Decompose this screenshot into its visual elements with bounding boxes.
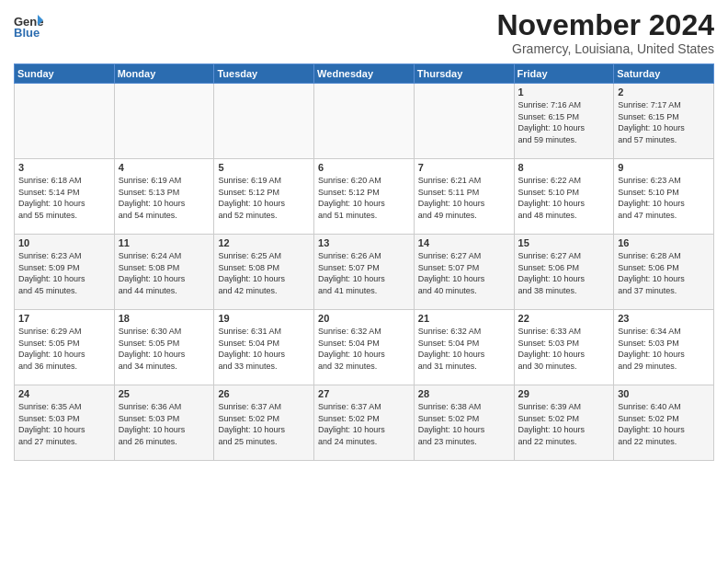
day-info: Sunrise: 6:39 AM Sunset: 5:02 PM Dayligh…	[518, 401, 610, 447]
day-cell: 3Sunrise: 6:18 AM Sunset: 5:14 PM Daylig…	[15, 159, 115, 235]
day-number: 13	[318, 237, 410, 248]
day-number: 3	[18, 162, 110, 173]
title-section: November 2024 Gramercy, Louisiana, Unite…	[496, 9, 714, 56]
week-row-4: 17Sunrise: 6:29 AM Sunset: 5:05 PM Dayli…	[15, 310, 714, 385]
day-number: 5	[218, 162, 310, 173]
week-row-5: 24Sunrise: 6:35 AM Sunset: 5:03 PM Dayli…	[15, 385, 714, 461]
day-info: Sunrise: 6:36 AM Sunset: 5:03 PM Dayligh…	[119, 401, 210, 447]
day-cell: 16Sunrise: 6:28 AM Sunset: 5:06 PM Dayli…	[614, 235, 714, 310]
day-number: 30	[618, 388, 710, 399]
day-cell: 5Sunrise: 6:19 AM Sunset: 5:12 PM Daylig…	[214, 159, 314, 235]
col-wednesday: Wednesday	[314, 64, 415, 84]
day-number: 11	[119, 237, 210, 248]
col-tuesday: Tuesday	[214, 64, 314, 84]
day-cell: 25Sunrise: 6:36 AM Sunset: 5:03 PM Dayli…	[114, 385, 214, 461]
day-cell: 13Sunrise: 6:26 AM Sunset: 5:07 PM Dayli…	[314, 235, 415, 310]
day-number: 4	[119, 162, 210, 173]
day-cell	[15, 84, 115, 159]
day-cell: 7Sunrise: 6:21 AM Sunset: 5:11 PM Daylig…	[414, 159, 514, 235]
day-info: Sunrise: 6:27 AM Sunset: 5:07 PM Dayligh…	[418, 250, 510, 296]
day-number: 20	[318, 313, 410, 324]
day-cell	[414, 84, 514, 159]
header: General Blue November 2024 Gramercy, Lou…	[14, 9, 714, 56]
day-info: Sunrise: 6:23 AM Sunset: 5:09 PM Dayligh…	[18, 250, 110, 296]
day-cell: 21Sunrise: 6:32 AM Sunset: 5:04 PM Dayli…	[414, 310, 514, 385]
day-number: 22	[518, 313, 610, 324]
day-number: 17	[18, 313, 110, 324]
day-cell: 30Sunrise: 6:40 AM Sunset: 5:02 PM Dayli…	[614, 385, 714, 461]
day-number: 19	[218, 313, 310, 324]
day-info: Sunrise: 6:23 AM Sunset: 5:10 PM Dayligh…	[618, 175, 710, 221]
day-cell	[314, 84, 415, 159]
month-title: November 2024	[496, 9, 714, 41]
day-number: 18	[119, 313, 210, 324]
day-number: 25	[119, 388, 210, 399]
day-info: Sunrise: 6:18 AM Sunset: 5:14 PM Dayligh…	[18, 175, 110, 221]
calendar-table: Sunday Monday Tuesday Wednesday Thursday…	[14, 63, 714, 461]
day-cell: 17Sunrise: 6:29 AM Sunset: 5:05 PM Dayli…	[15, 310, 115, 385]
day-cell: 29Sunrise: 6:39 AM Sunset: 5:02 PM Dayli…	[514, 385, 614, 461]
day-number: 14	[418, 237, 510, 248]
day-number: 16	[618, 237, 710, 248]
col-friday: Friday	[514, 64, 614, 84]
page: General Blue November 2024 Gramercy, Lou…	[0, 0, 728, 563]
day-number: 6	[318, 162, 410, 173]
day-cell: 9Sunrise: 6:23 AM Sunset: 5:10 PM Daylig…	[614, 159, 714, 235]
col-saturday: Saturday	[614, 64, 714, 84]
day-number: 12	[218, 237, 310, 248]
day-number: 15	[518, 237, 610, 248]
day-cell: 14Sunrise: 6:27 AM Sunset: 5:07 PM Dayli…	[414, 235, 514, 310]
col-thursday: Thursday	[414, 64, 514, 84]
day-info: Sunrise: 6:37 AM Sunset: 5:02 PM Dayligh…	[318, 401, 410, 447]
day-info: Sunrise: 6:34 AM Sunset: 5:03 PM Dayligh…	[618, 326, 710, 372]
day-info: Sunrise: 6:35 AM Sunset: 5:03 PM Dayligh…	[18, 401, 110, 447]
day-number: 24	[18, 388, 110, 399]
day-cell: 20Sunrise: 6:32 AM Sunset: 5:04 PM Dayli…	[314, 310, 415, 385]
day-cell: 26Sunrise: 6:37 AM Sunset: 5:02 PM Dayli…	[214, 385, 314, 461]
day-info: Sunrise: 7:17 AM Sunset: 6:15 PM Dayligh…	[618, 99, 710, 145]
day-info: Sunrise: 6:20 AM Sunset: 5:12 PM Dayligh…	[318, 175, 410, 221]
day-number: 9	[618, 162, 710, 173]
day-info: Sunrise: 6:26 AM Sunset: 5:07 PM Dayligh…	[318, 250, 410, 296]
day-info: Sunrise: 6:31 AM Sunset: 5:04 PM Dayligh…	[218, 326, 310, 372]
day-cell	[114, 84, 214, 159]
day-cell: 23Sunrise: 6:34 AM Sunset: 5:03 PM Dayli…	[614, 310, 714, 385]
day-cell: 22Sunrise: 6:33 AM Sunset: 5:03 PM Dayli…	[514, 310, 614, 385]
day-info: Sunrise: 7:16 AM Sunset: 6:15 PM Dayligh…	[518, 99, 610, 145]
logo-icon: General Blue	[14, 13, 43, 39]
day-info: Sunrise: 6:29 AM Sunset: 5:05 PM Dayligh…	[18, 326, 110, 372]
logo: General Blue	[14, 13, 47, 39]
day-info: Sunrise: 6:37 AM Sunset: 5:02 PM Dayligh…	[218, 401, 310, 447]
col-sunday: Sunday	[15, 64, 115, 84]
day-number: 10	[18, 237, 110, 248]
day-cell: 4Sunrise: 6:19 AM Sunset: 5:13 PM Daylig…	[114, 159, 214, 235]
day-cell: 28Sunrise: 6:38 AM Sunset: 5:02 PM Dayli…	[414, 385, 514, 461]
day-number: 7	[418, 162, 510, 173]
day-info: Sunrise: 6:32 AM Sunset: 5:04 PM Dayligh…	[418, 326, 510, 372]
location: Gramercy, Louisiana, United States	[496, 41, 714, 56]
day-info: Sunrise: 6:21 AM Sunset: 5:11 PM Dayligh…	[418, 175, 510, 221]
day-cell: 15Sunrise: 6:27 AM Sunset: 5:06 PM Dayli…	[514, 235, 614, 310]
day-info: Sunrise: 6:30 AM Sunset: 5:05 PM Dayligh…	[119, 326, 210, 372]
day-info: Sunrise: 6:19 AM Sunset: 5:12 PM Dayligh…	[218, 175, 310, 221]
col-monday: Monday	[114, 64, 214, 84]
day-cell	[214, 84, 314, 159]
day-info: Sunrise: 6:40 AM Sunset: 5:02 PM Dayligh…	[618, 401, 710, 447]
day-cell: 11Sunrise: 6:24 AM Sunset: 5:08 PM Dayli…	[114, 235, 214, 310]
day-cell: 8Sunrise: 6:22 AM Sunset: 5:10 PM Daylig…	[514, 159, 614, 235]
day-info: Sunrise: 6:24 AM Sunset: 5:08 PM Dayligh…	[119, 250, 210, 296]
day-cell: 10Sunrise: 6:23 AM Sunset: 5:09 PM Dayli…	[15, 235, 115, 310]
week-row-1: 1Sunrise: 7:16 AM Sunset: 6:15 PM Daylig…	[15, 84, 714, 159]
day-info: Sunrise: 6:28 AM Sunset: 5:06 PM Dayligh…	[618, 250, 710, 296]
day-info: Sunrise: 6:27 AM Sunset: 5:06 PM Dayligh…	[518, 250, 610, 296]
day-number: 29	[518, 388, 610, 399]
day-number: 26	[218, 388, 310, 399]
day-cell: 27Sunrise: 6:37 AM Sunset: 5:02 PM Dayli…	[314, 385, 415, 461]
day-cell: 1Sunrise: 7:16 AM Sunset: 6:15 PM Daylig…	[514, 84, 614, 159]
day-info: Sunrise: 6:33 AM Sunset: 5:03 PM Dayligh…	[518, 326, 610, 372]
day-number: 8	[518, 162, 610, 173]
day-number: 27	[318, 388, 410, 399]
day-info: Sunrise: 6:25 AM Sunset: 5:08 PM Dayligh…	[218, 250, 310, 296]
day-cell: 19Sunrise: 6:31 AM Sunset: 5:04 PM Dayli…	[214, 310, 314, 385]
day-cell: 2Sunrise: 7:17 AM Sunset: 6:15 PM Daylig…	[614, 84, 714, 159]
